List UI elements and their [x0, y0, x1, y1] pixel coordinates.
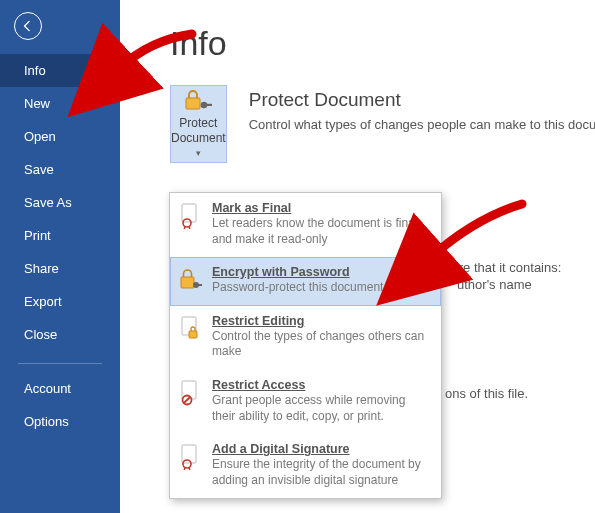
menu-item-mark-as-final[interactable]: Mark as Final Let readers know the docum…	[170, 193, 441, 257]
svg-rect-9	[189, 331, 197, 338]
backstage-sidebar: Info New Open Save Save As Print Share E…	[0, 0, 120, 513]
lock-key-icon	[180, 267, 202, 293]
page-title: Info	[170, 24, 595, 63]
sidebar-item-new[interactable]: New	[0, 87, 120, 120]
aside-line1: vare that it contains:	[445, 260, 595, 275]
sidebar-item-close[interactable]: Close	[0, 318, 120, 351]
protect-section-desc: Control what types of changes people can…	[249, 117, 595, 132]
menu-item-sub: Control the types of changes others can …	[212, 329, 431, 360]
inspect-document-fragment: vare that it contains: uthor's name ons …	[445, 260, 595, 401]
svg-rect-7	[198, 284, 202, 286]
menu-item-title: Restrict Access	[212, 378, 431, 392]
doc-restrict-icon	[180, 380, 202, 406]
protect-section-heading: Protect Document	[249, 89, 595, 111]
sidebar-item-account[interactable]: Account	[0, 372, 120, 405]
sidebar-item-save-as[interactable]: Save As	[0, 186, 120, 219]
back-button[interactable]	[14, 12, 42, 40]
ribbon-icon	[180, 203, 202, 229]
menu-item-restrict-access[interactable]: Restrict Access Grant people access whil…	[170, 370, 441, 434]
sidebar-item-save[interactable]: Save	[0, 153, 120, 186]
svg-rect-2	[206, 104, 212, 106]
sidebar-separator	[18, 363, 102, 364]
sidebar-item-share[interactable]: Share	[0, 252, 120, 285]
protect-section: Protect Document ▾ Protect Document Cont…	[170, 85, 595, 163]
sidebar-item-options[interactable]: Options	[0, 405, 120, 438]
sidebar-item-info[interactable]: Info	[0, 54, 120, 87]
menu-item-title: Add a Digital Signature	[212, 442, 431, 456]
aside-line2: ons of this file.	[445, 386, 595, 401]
lock-key-icon	[184, 88, 212, 112]
svg-rect-5	[181, 277, 194, 288]
protect-button-label: Protect Document ▾	[171, 116, 226, 159]
menu-item-sub: Password-protect this document	[212, 280, 431, 296]
protect-document-dropdown: Mark as Final Let readers know the docum…	[169, 192, 442, 499]
menu-item-title: Mark as Final	[212, 201, 431, 215]
menu-item-sub: Ensure the integrity of the document by …	[212, 457, 431, 488]
menu-item-sub: Let readers know the document is final a…	[212, 216, 431, 247]
doc-lock-icon	[180, 316, 202, 342]
aside-bullet1: uthor's name	[445, 277, 595, 292]
sidebar-item-export[interactable]: Export	[0, 285, 120, 318]
menu-item-add-digital-signature[interactable]: Add a Digital Signature Ensure the integ…	[170, 434, 441, 498]
menu-item-restrict-editing[interactable]: Restrict Editing Control the types of ch…	[170, 306, 441, 370]
menu-item-sub: Grant people access while removing their…	[212, 393, 431, 424]
menu-item-encrypt-with-password[interactable]: Encrypt with Password Password-protect t…	[170, 257, 441, 306]
sidebar-item-print[interactable]: Print	[0, 219, 120, 252]
doc-sign-icon	[180, 444, 202, 470]
protect-document-button[interactable]: Protect Document ▾	[170, 85, 227, 163]
sidebar-item-open[interactable]: Open	[0, 120, 120, 153]
menu-item-title: Restrict Editing	[212, 314, 431, 328]
back-arrow-icon	[21, 19, 35, 33]
menu-item-title: Encrypt with Password	[212, 265, 431, 279]
svg-rect-0	[186, 98, 200, 109]
